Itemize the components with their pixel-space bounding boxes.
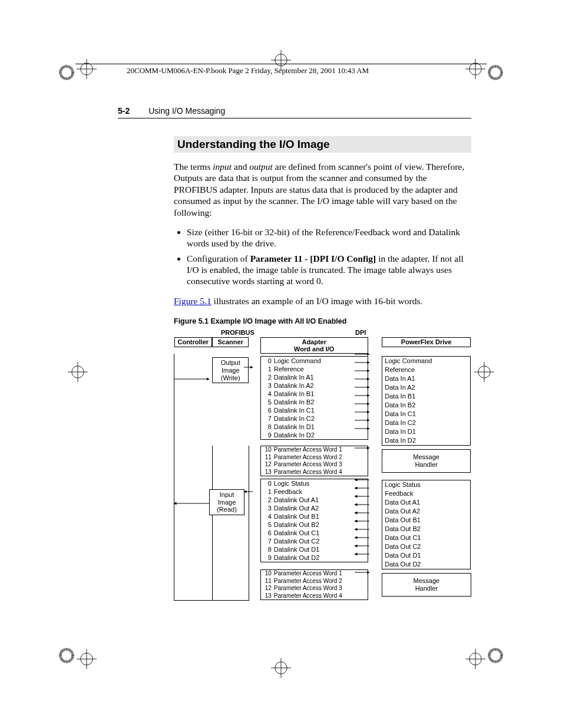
diagram-row: Data Out A2 — [382, 507, 470, 516]
svg-point-9 — [470, 653, 481, 665]
diagram-row: 11Parameter Access Word 2 — [261, 578, 368, 585]
diagram-row: 8Datalink In D1 — [261, 423, 368, 431]
diagram-row: 13Parameter Access Word 4 — [261, 469, 368, 476]
diagram-row: Data Out B1 — [382, 516, 470, 525]
diagram-row: 1Reference — [261, 365, 368, 373]
diagram-row: Data In C1 — [382, 410, 470, 419]
adapter-input-param-words: 10Parameter Access Word 111Parameter Acc… — [260, 569, 368, 600]
book-header-line: 20COMM-UM006A-EN-P.book Page 2 Friday, S… — [127, 66, 369, 75]
diagram-row: Data Out A1 — [382, 498, 470, 507]
message-handler-in: MessageHandler — [382, 573, 471, 596]
diagram-row: Data Out C1 — [382, 533, 470, 542]
svg-point-26 — [61, 650, 73, 662]
svg-point-27 — [490, 650, 502, 662]
diagram-row: Data In A2 — [382, 383, 470, 392]
message-handler-out: MessageHandler — [382, 449, 471, 472]
svg-point-25 — [490, 67, 502, 79]
diagram-row: 12Parameter Access Word 3 — [261, 461, 368, 469]
diagram-row: 8Datalink Out D1 — [261, 545, 368, 554]
diagram-row: 10Parameter Access Word 1 — [261, 446, 368, 454]
svg-point-15 — [478, 366, 490, 378]
diagram-row: 9Datalink Out D2 — [261, 554, 368, 562]
diagram-row: Data Out D2 — [382, 560, 470, 569]
label-profibus: PROFIBUS — [221, 329, 254, 337]
diagram-row: Data In D2 — [382, 436, 470, 445]
diagram-row: 7Datalink In C2 — [261, 414, 368, 423]
diagram-row: Data Out D1 — [382, 551, 470, 560]
scanner-input-box: InputImage(Read) — [209, 489, 244, 515]
hdr-adapter: AdapterWord and I/O — [260, 337, 368, 354]
diagram-row: Reference — [382, 365, 470, 374]
diagram-row: 9Datalink In D2 — [261, 431, 368, 439]
svg-point-24 — [61, 67, 73, 79]
diagram-row: 1Feedback — [261, 487, 368, 496]
diagram-row: Feedback — [382, 489, 470, 498]
diagram-row: Data Out B2 — [382, 525, 470, 533]
figure-ref-link[interactable]: Figure 5.1 — [174, 296, 211, 306]
bullet-item: Size (either 16-bit or 32-bit) of the Re… — [187, 226, 471, 249]
diagram-row: 2Datalink In A1 — [261, 373, 368, 381]
diagram-row: 0Logic Command — [261, 357, 368, 365]
adapter-output-rows: 0Logic Command1Reference2Datalink In A13… — [260, 356, 368, 440]
diagram-row: Data In B1 — [382, 392, 470, 401]
diagram-row: 2Datalink Out A1 — [261, 496, 368, 504]
scanner-output-box: OutputImage(Write) — [212, 357, 249, 383]
hdr-controller: Controller — [174, 337, 213, 347]
diagram-row: 4Datalink Out B1 — [261, 512, 368, 521]
figure-caption: Figure 5.1 Example I/O Image with All I/… — [174, 317, 471, 325]
diagram-row: 0Logic Status — [261, 479, 368, 487]
diagram-row: Data In A1 — [382, 374, 470, 383]
diagram-row: 13Parameter Access Word 4 — [261, 592, 368, 600]
diagram-row: Logic Status — [382, 480, 470, 489]
diagram-row: Logic Command — [382, 357, 470, 365]
svg-point-6 — [81, 653, 92, 665]
page-number: 5-2 — [118, 106, 130, 116]
figure-leadin: Figure 5.1 illustrates an example of an … — [174, 295, 471, 307]
diagram-row: 4Datalink In B1 — [261, 390, 368, 398]
diagram-row: 5Datalink In B2 — [261, 398, 368, 406]
label-dpi: DPI — [355, 329, 366, 337]
svg-point-21 — [275, 662, 287, 674]
running-head: 5-2 Using I/O Messaging — [118, 106, 471, 118]
intro-paragraph: The terms input and output are defined f… — [174, 161, 471, 218]
diagram-row: Data In D1 — [382, 427, 470, 436]
svg-point-0 — [81, 63, 92, 75]
diagram-row: 12Parameter Access Word 3 — [261, 585, 368, 592]
adapter-input-rows: 0Logic Status1Feedback2Datalink Out A13D… — [260, 479, 368, 562]
diagram-row: Data In C2 — [382, 419, 470, 427]
page-title: Using I/O Messaging — [148, 106, 225, 116]
svg-point-3 — [470, 63, 481, 75]
diagram-row: 3Datalink Out A2 — [261, 504, 368, 512]
hdr-scanner: Scanner — [212, 337, 249, 347]
diagram-row: 7Datalink Out C2 — [261, 537, 368, 545]
drive-input-rows: Logic StatusFeedbackData Out A1Data Out … — [382, 480, 471, 569]
diagram-row: 6Datalink Out C1 — [261, 529, 368, 537]
diagram-row: 6Datalink In C1 — [261, 406, 368, 414]
diagram-row: Data In B2 — [382, 401, 470, 410]
diagram-row: 3Datalink In A2 — [261, 381, 368, 390]
hdr-drive: PowerFlex Drive — [382, 337, 471, 347]
drive-output-rows: Logic CommandReferenceData In A1Data In … — [382, 356, 471, 446]
diagram-row: Data Out C2 — [382, 542, 470, 551]
diagram-row: 11Parameter Access Word 2 — [261, 454, 368, 462]
bullet-list: Size (either 16-bit or 32-bit) of the Re… — [174, 226, 471, 287]
svg-point-12 — [72, 366, 84, 378]
adapter-output-param-words: 10Parameter Access Word 111Parameter Acc… — [260, 446, 368, 476]
diagram-row: 5Datalink Out B2 — [261, 521, 368, 529]
svg-point-18 — [275, 54, 287, 66]
bullet-item: Configuration of Parameter 11 - [DPI I/O… — [187, 253, 471, 287]
section-heading: Understanding the I/O Image — [174, 136, 471, 153]
diagram-row: 10Parameter Access Word 1 — [261, 570, 368, 578]
io-image-diagram: PROFIBUS DPI Controller Scanner AdapterW… — [174, 329, 471, 601]
